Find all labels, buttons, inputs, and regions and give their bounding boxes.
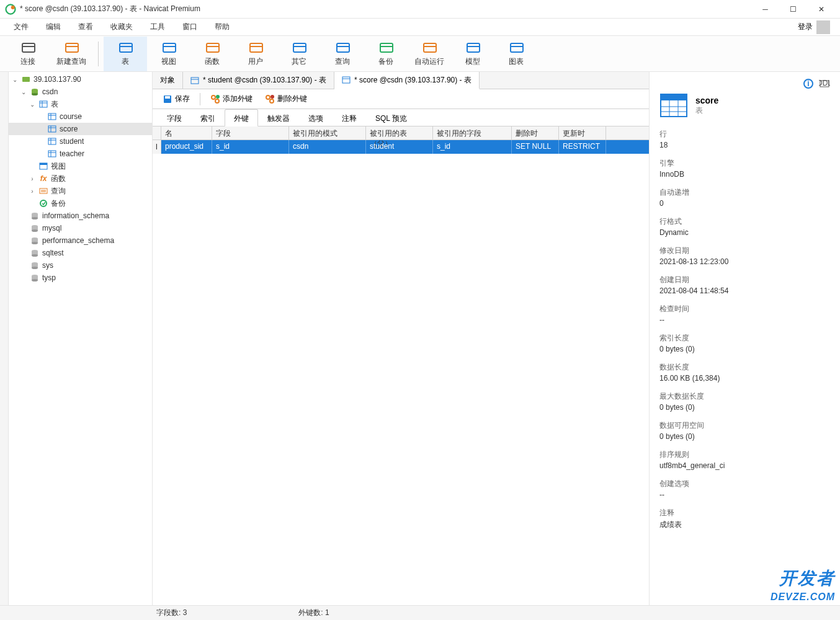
menu-window[interactable]: 窗口 [174, 19, 206, 35]
chevron-down-icon[interactable]: ⌄ [20, 89, 27, 95]
tool-连接[interactable]: 连接 [6, 37, 50, 71]
subtab-5[interactable]: 注释 [333, 109, 366, 126]
grid-row[interactable]: I product_sid s_id csdn student s_id SET… [153, 140, 649, 154]
tab-score[interactable]: * score @csdn (39.103.137.90) - 表 [334, 72, 480, 89]
tree-functions[interactable]: › fx 函数 [9, 172, 152, 185]
login-link[interactable]: 登录 [798, 22, 813, 32]
avatar[interactable] [816, 20, 830, 34]
svg-point-78 [266, 95, 270, 99]
tool-其它[interactable]: 其它 [277, 37, 321, 71]
col-del[interactable]: 删除时 [512, 126, 559, 140]
subtab-1[interactable]: 索引 [191, 109, 225, 126]
tool-icon [335, 40, 350, 55]
menu-tools[interactable]: 工具 [141, 19, 174, 35]
tree-db-tysp[interactable]: tysp [9, 272, 152, 284]
window-title: * score @csdn (39.103.137.90) - 表 - Navi… [20, 4, 751, 14]
sidebar: ⌄ 39.103.137.90 ⌄ csdn ⌄ 表 coursescorest… [9, 72, 153, 605]
cell-schema[interactable]: csdn [289, 140, 366, 154]
menu-fav[interactable]: 收藏夹 [102, 19, 141, 35]
subtab-3[interactable]: 触发器 [258, 109, 299, 126]
tree-tables-group[interactable]: ⌄ 表 [9, 98, 152, 110]
col-pfield[interactable]: 被引用的字段 [433, 126, 512, 140]
subtab-4[interactable]: 选项 [299, 109, 333, 126]
svg-rect-12 [250, 43, 262, 52]
menu-edit[interactable]: 编辑 [37, 19, 69, 35]
tree-table-student[interactable]: student [9, 135, 152, 148]
tree-table-score[interactable]: score [9, 123, 152, 135]
tool-模型[interactable]: 模型 [451, 37, 494, 71]
subtab-6[interactable]: SQL 预览 [366, 109, 416, 126]
row-cursor-icon: I [153, 140, 161, 154]
link-add-icon [210, 94, 220, 104]
chevron-down-icon[interactable]: ⌄ [11, 76, 19, 83]
col-ptable[interactable]: 被引用的表（父） [366, 126, 433, 140]
tool-新建查询[interactable]: 新建查询 [50, 37, 93, 71]
chevron-right-icon[interactable]: › [29, 188, 36, 195]
menu-help[interactable]: 帮助 [206, 19, 238, 35]
svg-rect-69 [191, 78, 199, 84]
database-icon [30, 223, 40, 233]
cell-ptable[interactable]: student [366, 140, 433, 154]
svg-rect-33 [48, 113, 56, 120]
tab-student[interactable]: * student @csdn (39.103.137.90) - 表 [183, 72, 334, 89]
col-upd[interactable]: 更新时 [559, 126, 606, 140]
cell-field[interactable]: s_id [212, 140, 289, 154]
tab-objects[interactable]: 对象 [153, 72, 183, 89]
tree-db-csdn[interactable]: ⌄ csdn [9, 86, 152, 98]
tree-db-information_schema[interactable]: information_schema [9, 210, 152, 222]
tree-table-teacher[interactable]: teacher [9, 148, 152, 160]
svg-point-56 [32, 229, 38, 232]
tree-db-sys[interactable]: sys [9, 259, 152, 272]
tree-db-performance_schema[interactable]: performance_schema [9, 234, 152, 247]
database-icon [30, 236, 40, 246]
cell-ondelete[interactable]: SET NULL [512, 140, 559, 154]
add-fk-button[interactable]: 添加外键 [205, 91, 257, 107]
app-icon [5, 4, 16, 15]
database-icon [30, 273, 40, 283]
tree-views[interactable]: 视图 [9, 160, 152, 172]
col-field[interactable]: 字段 [212, 126, 289, 140]
prop-ai_l: 自动递增0 [659, 187, 830, 208]
tree-table-course[interactable]: course [9, 110, 152, 123]
tree-server[interactable]: ⌄ 39.103.137.90 [9, 73, 152, 86]
tool-表[interactable]: 表 [104, 37, 147, 71]
chevron-right-icon[interactable]: › [29, 175, 36, 182]
tree-queries[interactable]: › 查询 [9, 185, 152, 197]
cell-onupdate[interactable]: RESTRICT [559, 140, 606, 154]
info-icon[interactable]: i [803, 78, 814, 89]
menu-view[interactable]: 查看 [69, 19, 102, 35]
tool-icon [378, 40, 393, 55]
tool-用户[interactable]: 用户 [234, 37, 277, 71]
divider [200, 93, 200, 105]
menu-file[interactable]: 文件 [5, 19, 37, 35]
chevron-down-icon[interactable]: ⌄ [29, 101, 36, 108]
tool-函数[interactable]: 函数 [190, 37, 234, 71]
tool-图表[interactable]: 图表 [494, 37, 538, 71]
svg-rect-46 [40, 163, 47, 165]
maximize-button[interactable]: ☐ [779, 0, 807, 19]
tool-icon [20, 40, 35, 55]
tool-自动运行[interactable]: 自动运行 [408, 37, 451, 71]
delete-fk-button[interactable]: 删除外键 [260, 91, 312, 107]
svg-point-77 [216, 95, 220, 99]
save-button[interactable]: 保存 [158, 91, 195, 107]
tool-icon [64, 40, 79, 55]
svg-point-79 [270, 99, 274, 103]
tool-视图[interactable]: 视图 [147, 37, 190, 71]
col-name[interactable]: 名 [161, 126, 212, 140]
tool-备份[interactable]: 备份 [364, 37, 408, 71]
subtab-2[interactable]: 外键 [225, 109, 258, 126]
cell-name[interactable]: product_sid [161, 140, 212, 154]
tree-db-mysql[interactable]: mysql [9, 222, 152, 234]
tree-db-sqltest[interactable]: sqltest [9, 247, 152, 259]
minimize-button[interactable]: ─ [751, 0, 779, 19]
ddl-icon[interactable]: DDL [819, 78, 830, 89]
tree-backup[interactable]: 备份 [9, 197, 152, 210]
cell-pfield[interactable]: s_id [433, 140, 512, 154]
subtab-0[interactable]: 字段 [158, 109, 191, 126]
col-schema[interactable]: 被引用的模式 [289, 126, 366, 140]
close-button[interactable]: ✕ [807, 0, 835, 19]
svg-rect-16 [337, 43, 349, 52]
properties-panel: i DDL score 表 行18引擎InnoDB自动递增0行格式Dynamic… [649, 72, 840, 605]
tool-查询[interactable]: 查询 [321, 37, 364, 71]
